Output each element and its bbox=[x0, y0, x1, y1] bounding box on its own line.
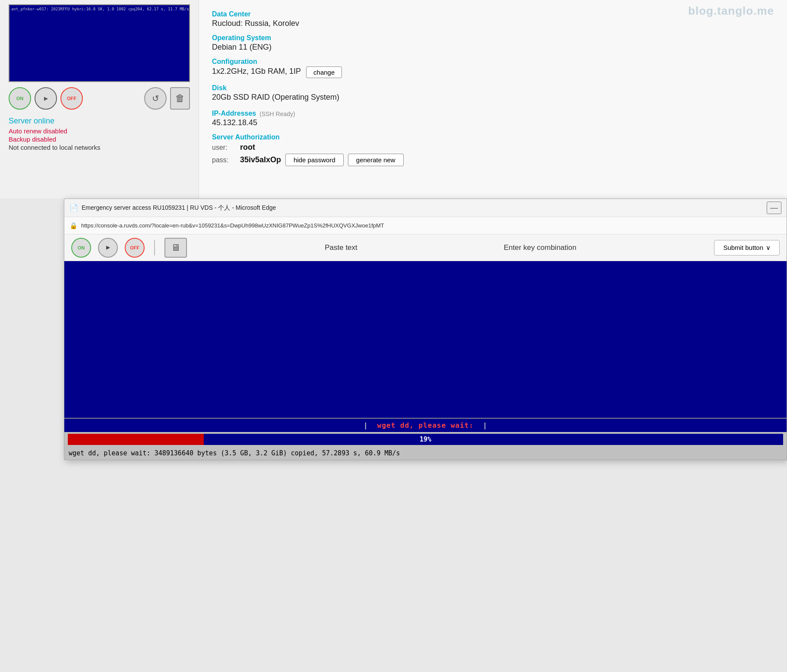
edge-close-button[interactable]: — bbox=[767, 202, 781, 214]
generate-new-button[interactable]: generate new bbox=[348, 154, 404, 166]
pass-label: pass: bbox=[212, 156, 236, 164]
console-on-button[interactable]: ON bbox=[71, 238, 91, 258]
change-config-button[interactable]: change bbox=[306, 66, 342, 78]
edge-titlebar: 📄 Emergency server access RU1059231 | RU… bbox=[64, 199, 787, 217]
console-screens-button[interactable]: 🖥 bbox=[164, 238, 187, 258]
ssh-ready-badge: (SSH Ready) bbox=[259, 110, 295, 117]
blog-watermark: blog.tanglo.me bbox=[688, 4, 774, 18]
os-label: Operating System bbox=[212, 34, 774, 42]
progress-status-text: wget dd, please wait: 3489136640 bytes (… bbox=[64, 447, 787, 460]
status-auto-renew: Auto renew disabled bbox=[9, 127, 190, 135]
user-value: root bbox=[240, 143, 255, 152]
left-panel: ant_pfnker-w017: 2023RFFU hybri:16.8 SK,… bbox=[0, 0, 199, 199]
pass-value: 35iv5aIxOp bbox=[240, 155, 281, 164]
ip-value: 45.132.18.45 bbox=[212, 118, 774, 127]
progress-bar-track: 19% bbox=[68, 434, 783, 445]
os-value: Debian 11 (ENG) bbox=[212, 43, 774, 52]
progress-section: | wget dd, please wait: | 19% wget dd, p… bbox=[64, 418, 787, 460]
power-off-button[interactable]: OFF bbox=[60, 87, 83, 110]
config-label: Configuration bbox=[212, 58, 774, 66]
submit-chevron-icon: ∨ bbox=[766, 244, 771, 252]
toolbar-divider bbox=[154, 240, 155, 256]
server-controls: ON ▶ OFF ↺ 🗑 bbox=[9, 87, 190, 110]
console-preview-text: ant_pfnker-w017: 2023RFFU hybri:16.8 SK,… bbox=[9, 5, 189, 13]
top-panel: ant_pfnker-w017: 2023RFFU hybri:16.8 SK,… bbox=[0, 0, 787, 199]
delete-server-button[interactable]: 🗑 bbox=[170, 87, 190, 110]
progress-bar-label: 19% bbox=[68, 435, 783, 443]
config-value: 1x2.2GHz, 1Gb RAM, 1IP bbox=[212, 67, 301, 76]
pipe-right: | bbox=[483, 421, 487, 429]
server-status: Server online Auto renew disabled Backup… bbox=[9, 117, 190, 151]
edge-tab-icon: 📄 bbox=[70, 204, 78, 212]
disk-value: 20Gb SSD RAID (Operating System) bbox=[212, 93, 774, 102]
edge-tab-title: Emergency server access RU1059231 | RU V… bbox=[82, 204, 767, 212]
console-play-button[interactable]: ▶ bbox=[98, 238, 118, 258]
console-preview[interactable]: ant_pfnker-w017: 2023RFFU hybri:16.8 SK,… bbox=[9, 4, 190, 82]
progress-title-text: wget dd, please wait: bbox=[377, 421, 474, 429]
edge-url[interactable]: https://console-a.ruvds.com/?locale=en-r… bbox=[81, 222, 781, 229]
ip-label: IP-Addresses bbox=[212, 110, 256, 117]
console-off-button[interactable]: OFF bbox=[125, 238, 145, 258]
console-area: | wget dd, please wait: | 19% wget dd, p… bbox=[64, 261, 787, 460]
user-label: user: bbox=[212, 144, 236, 151]
user-row: user: root bbox=[212, 143, 774, 152]
status-network: Not connected to local networks bbox=[9, 144, 190, 151]
play-button[interactable]: ▶ bbox=[35, 87, 57, 110]
pipe-left: | bbox=[363, 421, 368, 429]
edge-browser-window: 📄 Emergency server access RU1059231 | RU… bbox=[64, 199, 787, 460]
power-on-button[interactable]: ON bbox=[9, 87, 31, 110]
paste-text-button[interactable]: Paste text bbox=[316, 241, 366, 255]
hide-password-button[interactable]: hide password bbox=[285, 154, 344, 166]
ip-label-row: IP-Addresses (SSH Ready) bbox=[212, 104, 774, 118]
enter-key-combination-button[interactable]: Enter key combination bbox=[495, 241, 585, 255]
edge-addressbar: 🔒 https://console-a.ruvds.com/?locale=en… bbox=[64, 217, 787, 234]
status-online: Server online bbox=[9, 117, 190, 126]
edge-console-toolbar: ON ▶ OFF 🖥 Paste text Enter key combinat… bbox=[64, 234, 787, 261]
pass-row: pass: 35iv5aIxOp hide password generate … bbox=[212, 154, 774, 166]
server-auth-label: Server Authorization bbox=[212, 133, 774, 141]
submit-button-dropdown[interactable]: Submit button ∨ bbox=[714, 240, 780, 256]
right-panel: blog.tanglo.me Data Center Rucloud: Russ… bbox=[199, 0, 787, 199]
lock-icon: 🔒 bbox=[70, 222, 78, 230]
config-row: 1x2.2GHz, 1Gb RAM, 1IP change bbox=[212, 66, 774, 78]
data-center-value: Rucloud: Russia, Korolev bbox=[212, 19, 774, 28]
disk-label: Disk bbox=[212, 84, 774, 92]
progress-title-bar: | wget dd, please wait: | bbox=[64, 419, 787, 432]
status-backup: Backup disabled bbox=[9, 136, 190, 143]
reinstall-os-button[interactable]: ↺ bbox=[144, 87, 167, 110]
submit-btn-label: Submit button bbox=[723, 244, 763, 251]
progress-bar-container: 19% bbox=[64, 432, 787, 447]
